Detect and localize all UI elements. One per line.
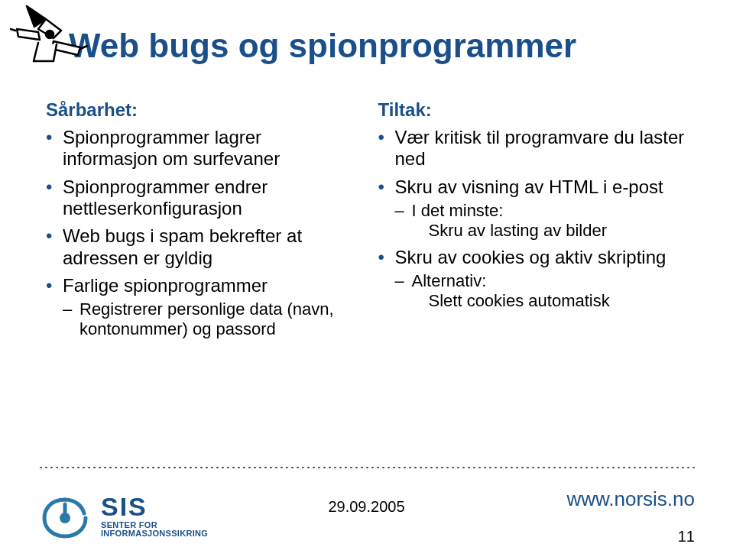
logo-text: SIS SENTER FOR INFORMASJONSSIKRING xyxy=(101,494,208,539)
right-heading: Tiltak: xyxy=(378,99,688,121)
sub-list: I det minste: Skru av lasting av bilder xyxy=(395,201,688,241)
sub-bullet-text: Alternativ: xyxy=(412,271,487,290)
left-list: Spionprogrammer lagrer informasjon om su… xyxy=(46,127,355,339)
sub-bullet-item: Registrerer personlige data (navn, konto… xyxy=(63,299,355,339)
bullet-item: Web bugs i spam bekrefter at adressen er… xyxy=(46,225,355,269)
right-list: Vær kritisk til programvare du laster ne… xyxy=(378,127,688,311)
left-column: Sårbarhet: Spionprogrammer lagrer inform… xyxy=(46,99,355,345)
logo-line2: INFORMASJONSSIKRING xyxy=(101,529,208,539)
logo-mark-icon xyxy=(38,494,92,539)
left-heading: Sårbarhet: xyxy=(46,99,355,121)
footer-right: www.norsis.no 11 xyxy=(566,487,695,545)
dotted-separator xyxy=(38,467,695,468)
svg-point-0 xyxy=(46,31,54,38)
bullet-item: Vær kritisk til programvare du laster ne… xyxy=(378,127,688,170)
slide-footer: SIS SENTER FOR INFORMASJONSSIKRING www.n… xyxy=(38,472,695,560)
bullet-item: Skru av visning av HTML i e-post I det m… xyxy=(378,176,688,241)
subsub-text: Skru av lasting av bilder xyxy=(412,221,688,241)
bullet-item: Spionprogrammer endrer nettleserkonfigur… xyxy=(46,176,355,220)
slide: Web bugs og spionprogrammer Sårbarhet: S… xyxy=(0,0,733,560)
content-columns: Sårbarhet: Spionprogrammer lagrer inform… xyxy=(38,99,695,345)
page-number: 11 xyxy=(566,528,695,545)
sub-bullet-item: I det minste: Skru av lasting av bilder xyxy=(395,201,688,241)
footer-url: www.norsis.no xyxy=(566,487,695,511)
sis-logo: SIS SENTER FOR INFORMASJONSSIKRING xyxy=(38,494,208,539)
right-column: Tiltak: Vær kritisk til programvare du l… xyxy=(378,99,688,345)
subsub-text: Slett cookies automatisk xyxy=(412,291,688,311)
bullet-text: Farlige spionprogrammer xyxy=(63,275,268,296)
bullet-item: Spionprogrammer lagrer informasjon om su… xyxy=(46,127,355,170)
slide-title: Web bugs og spionprogrammer xyxy=(69,27,695,65)
bullet-item: Farlige spionprogrammer Registrerer pers… xyxy=(46,275,355,339)
sub-bullet-item: Alternativ: Slett cookies automatisk xyxy=(395,271,688,311)
sub-bullet-text: I det minste: xyxy=(412,201,504,220)
logo-acronym: SIS xyxy=(101,494,208,521)
bullet-text: Skru av visning av HTML i e-post xyxy=(395,176,663,197)
bullet-item: Skru av cookies og aktiv skripting Alter… xyxy=(378,247,688,311)
sub-list: Registrerer personlige data (navn, konto… xyxy=(63,299,355,339)
bullet-text: Skru av cookies og aktiv skripting xyxy=(395,247,667,267)
spy-icon xyxy=(8,0,92,73)
sub-list: Alternativ: Slett cookies automatisk xyxy=(395,271,688,311)
